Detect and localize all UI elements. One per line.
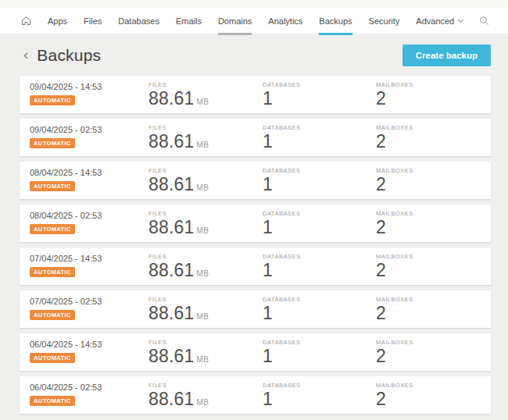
databases-column: DATABASES 1 bbox=[263, 382, 300, 410]
backup-row[interactable]: 08/04/2025 - 02:53 AUTOMATIC FILES 88.61… bbox=[20, 205, 491, 242]
page-header: ‹ Backups Create backup bbox=[0, 34, 508, 76]
nav-item-databases[interactable]: Databases bbox=[118, 8, 159, 34]
databases-value: 1 bbox=[263, 346, 300, 367]
nav-item-advanced[interactable]: Advanced bbox=[416, 8, 463, 34]
mailboxes-column: MAILBOXES 2 bbox=[376, 210, 413, 238]
backup-row[interactable]: 07/04/2025 - 14:53 AUTOMATIC FILES 88.61… bbox=[20, 247, 491, 285]
automatic-badge: AUTOMATIC bbox=[30, 310, 75, 320]
nav-item-analytics[interactable]: Analytics bbox=[268, 8, 302, 34]
home-button[interactable] bbox=[21, 16, 31, 26]
databases-label: DATABASES bbox=[263, 124, 300, 131]
backup-row[interactable]: 09/04/2025 - 02:53 AUTOMATIC FILES 88.61… bbox=[20, 119, 491, 156]
mailboxes-column: MAILBOXES 2 bbox=[376, 167, 413, 195]
backup-date-cell: 09/04/2025 - 14:53 AUTOMATIC bbox=[30, 82, 102, 105]
files-size: 88.61 bbox=[148, 303, 195, 323]
nav-item-label: Emails bbox=[176, 16, 202, 26]
databases-label: DATABASES bbox=[263, 339, 300, 346]
automatic-badge: AUTOMATIC bbox=[30, 396, 75, 406]
databases-label: DATABASES bbox=[263, 167, 300, 174]
databases-label: DATABASES bbox=[263, 382, 300, 389]
files-label: FILES bbox=[148, 296, 209, 303]
files-unit: MB bbox=[197, 226, 209, 235]
search-icon bbox=[479, 16, 489, 26]
back-chevron-icon[interactable]: ‹ bbox=[23, 47, 28, 64]
backup-datetime: 06/04/2025 - 02:53 bbox=[30, 383, 102, 392]
mailboxes-label: MAILBOXES bbox=[376, 210, 413, 217]
databases-column: DATABASES 1 bbox=[263, 296, 300, 324]
mailboxes-value: 2 bbox=[376, 389, 413, 410]
mailboxes-value: 2 bbox=[376, 131, 413, 152]
mailboxes-label: MAILBOXES bbox=[376, 81, 413, 88]
automatic-badge: AUTOMATIC bbox=[30, 224, 75, 234]
files-column: FILES 88.61MB bbox=[148, 382, 209, 410]
automatic-badge: AUTOMATIC bbox=[30, 138, 75, 148]
main-navbar: AppsFilesDatabasesEmailsDomainsAnalytics… bbox=[0, 8, 508, 34]
nav-item-label: Domains bbox=[218, 16, 252, 26]
files-value: 88.61MB bbox=[148, 389, 209, 410]
mailboxes-value: 2 bbox=[376, 217, 413, 238]
files-size: 88.61 bbox=[148, 131, 195, 151]
databases-value: 1 bbox=[263, 260, 300, 281]
databases-value: 1 bbox=[263, 88, 300, 109]
nav-item-emails[interactable]: Emails bbox=[176, 8, 202, 34]
search-button[interactable] bbox=[479, 16, 489, 26]
files-label: FILES bbox=[148, 339, 209, 346]
files-label: FILES bbox=[148, 124, 209, 131]
backup-date-cell: 09/04/2025 - 02:53 AUTOMATIC bbox=[30, 125, 102, 148]
backup-row[interactable]: 06/04/2025 - 02:53 AUTOMATIC FILES 88.61… bbox=[20, 376, 491, 414]
nav-item-backups[interactable]: Backups bbox=[319, 8, 352, 34]
mailboxes-column: MAILBOXES 2 bbox=[376, 81, 413, 109]
nav-item-label: Advanced bbox=[416, 16, 454, 26]
nav-item-files[interactable]: Files bbox=[84, 8, 102, 34]
mailboxes-column: MAILBOXES 2 bbox=[376, 339, 413, 367]
files-size: 88.61 bbox=[148, 389, 195, 409]
backup-datetime: 08/04/2025 - 14:53 bbox=[30, 168, 102, 177]
files-size: 88.61 bbox=[148, 88, 195, 109]
backup-date-cell: 08/04/2025 - 02:53 AUTOMATIC bbox=[30, 211, 102, 234]
backup-datetime: 07/04/2025 - 02:53 bbox=[30, 297, 102, 306]
backup-datetime: 08/04/2025 - 02:53 bbox=[30, 211, 102, 220]
files-column: FILES 88.61MB bbox=[148, 210, 209, 238]
files-unit: MB bbox=[197, 398, 209, 407]
automatic-badge: AUTOMATIC bbox=[30, 95, 75, 105]
files-column: FILES 88.61MB bbox=[148, 296, 209, 324]
nav-item-apps[interactable]: Apps bbox=[48, 8, 67, 34]
backup-row[interactable]: 06/04/2025 - 14:53 AUTOMATIC FILES 88.61… bbox=[20, 333, 491, 371]
create-backup-button[interactable]: Create backup bbox=[402, 44, 491, 66]
backup-date-cell: 07/04/2025 - 02:53 AUTOMATIC bbox=[30, 297, 102, 320]
backup-row[interactable]: 09/04/2025 - 14:53 AUTOMATIC FILES 88.61… bbox=[20, 76, 491, 113]
files-column: FILES 88.61MB bbox=[148, 339, 209, 367]
backup-row[interactable]: 07/04/2025 - 02:53 AUTOMATIC FILES 88.61… bbox=[20, 290, 491, 328]
databases-column: DATABASES 1 bbox=[263, 81, 300, 109]
files-size: 88.61 bbox=[148, 217, 195, 237]
mailboxes-label: MAILBOXES bbox=[376, 253, 413, 260]
mailboxes-value: 2 bbox=[376, 346, 413, 367]
nav-item-label: Backups bbox=[319, 16, 352, 26]
backup-row[interactable]: 08/04/2025 - 14:53 AUTOMATIC FILES 88.61… bbox=[20, 162, 491, 199]
nav-item-security[interactable]: Security bbox=[369, 8, 400, 34]
backup-datetime: 07/04/2025 - 14:53 bbox=[30, 254, 102, 263]
nav-item-label: Security bbox=[369, 16, 400, 26]
mailboxes-label: MAILBOXES bbox=[376, 382, 413, 389]
page-title: Backups bbox=[37, 46, 101, 65]
nav-items: AppsFilesDatabasesEmailsDomainsAnalytics… bbox=[48, 8, 479, 34]
databases-value: 1 bbox=[263, 389, 300, 410]
databases-label: DATABASES bbox=[263, 210, 300, 217]
mailboxes-value: 2 bbox=[376, 260, 413, 281]
files-size: 88.61 bbox=[148, 346, 195, 366]
files-value: 88.61MB bbox=[148, 303, 209, 324]
backup-date-cell: 07/04/2025 - 14:53 AUTOMATIC bbox=[30, 254, 102, 277]
files-label: FILES bbox=[148, 210, 209, 217]
mailboxes-label: MAILBOXES bbox=[376, 339, 413, 346]
nav-item-domains[interactable]: Domains bbox=[218, 8, 252, 34]
databases-value: 1 bbox=[263, 174, 300, 195]
files-unit: MB bbox=[197, 269, 209, 278]
mailboxes-label: MAILBOXES bbox=[376, 296, 413, 303]
chevron-down-icon bbox=[458, 16, 463, 22]
backup-date-cell: 06/04/2025 - 02:53 AUTOMATIC bbox=[30, 383, 102, 406]
databases-column: DATABASES 1 bbox=[263, 253, 300, 281]
nav-item-label: Analytics bbox=[268, 16, 302, 26]
nav-item-label: Apps bbox=[48, 16, 67, 26]
databases-value: 1 bbox=[263, 303, 300, 324]
mailboxes-label: MAILBOXES bbox=[376, 124, 413, 131]
